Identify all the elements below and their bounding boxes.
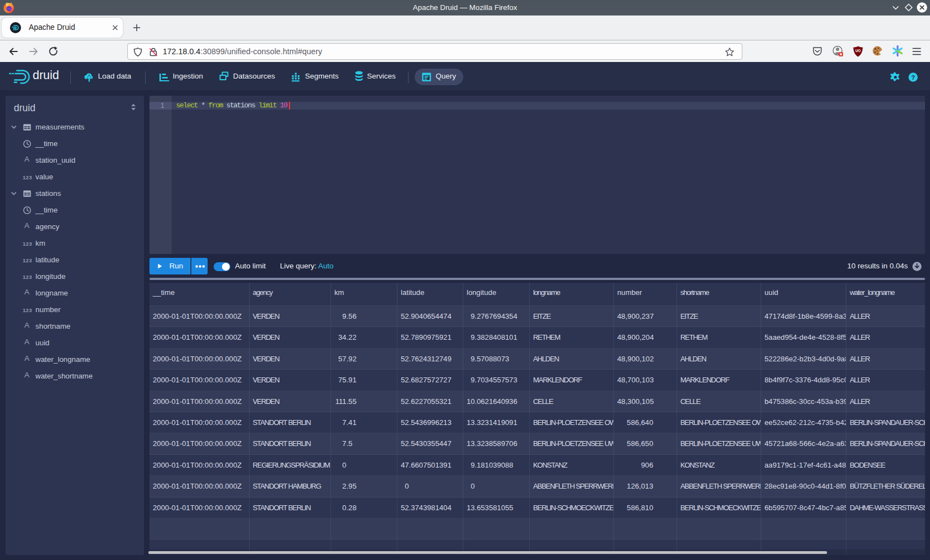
svg-text:UO: UO: [855, 48, 861, 52]
svg-text:?: ?: [911, 74, 914, 80]
